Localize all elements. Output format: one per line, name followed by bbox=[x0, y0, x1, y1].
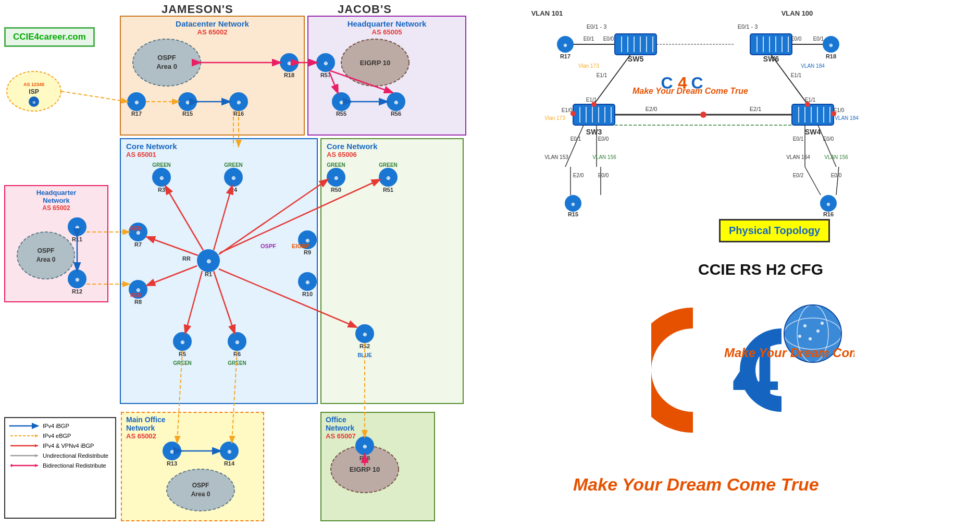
svg-text:R17: R17 bbox=[560, 53, 570, 59]
svg-text:VLAN 100: VLAN 100 bbox=[781, 9, 813, 17]
svg-marker-147 bbox=[35, 464, 38, 467]
svg-text:E1/1: E1/1 bbox=[586, 97, 597, 103]
svg-line-211 bbox=[771, 55, 808, 104]
svg-marker-142 bbox=[35, 444, 38, 447]
svg-text:E0/0: E0/0 bbox=[598, 136, 609, 142]
legend-vpnv4-label: IPv4 & VPNv4 iBGP bbox=[43, 443, 94, 449]
svg-text:VLAN 184: VLAN 184 bbox=[801, 63, 825, 69]
svg-point-265 bbox=[798, 335, 801, 338]
svg-rect-190 bbox=[573, 104, 615, 125]
c4c-logo: 4 Make Your Dream Come True bbox=[651, 292, 854, 454]
datacenter-network-box: Datacenter Network AS 65002 bbox=[120, 16, 305, 136]
svg-text:R15: R15 bbox=[568, 211, 578, 217]
svg-text:VLAN 101: VLAN 101 bbox=[531, 9, 563, 17]
svg-marker-140 bbox=[35, 434, 38, 437]
legend-box: IPv4 iBGP IPv4 eBGP IPv4 & VPNv4 iBGP Un… bbox=[4, 417, 116, 519]
hq-network-jacobs-as: AS 65005 bbox=[308, 28, 465, 36]
office-network-box: Office Network AS 65007 bbox=[320, 412, 435, 521]
dc-network-title: Datacenter Network bbox=[121, 17, 304, 28]
svg-text:E0/1 - 3: E0/1 - 3 bbox=[738, 23, 758, 30]
legend-uni-redist-label: Undirectional Redistribute bbox=[43, 452, 108, 459]
svg-text:E1/1: E1/1 bbox=[805, 97, 816, 103]
svg-text:⊕: ⊕ bbox=[571, 202, 575, 207]
svg-text:⊕: ⊕ bbox=[826, 202, 830, 207]
svg-point-209 bbox=[591, 102, 597, 107]
dc-network-as: AS 65002 bbox=[121, 28, 304, 36]
svg-marker-146 bbox=[11, 464, 14, 467]
svg-point-214 bbox=[805, 102, 810, 107]
physical-topology-label: Physical Topology bbox=[719, 219, 830, 242]
legend-ibgp-label: IPv4 iBGP bbox=[43, 423, 69, 429]
ccie-rs-label: CCIE RS H2 CFG bbox=[656, 261, 865, 278]
ccie4career-label: CCIE4career.com bbox=[4, 27, 95, 47]
svg-text:⊕: ⊕ bbox=[829, 43, 833, 48]
svg-point-261 bbox=[803, 324, 807, 327]
svg-rect-168 bbox=[750, 34, 792, 55]
svg-text:⊕: ⊕ bbox=[474, 0, 476, 4]
svg-line-235 bbox=[818, 125, 836, 167]
svg-text:E0/1: E0/1 bbox=[570, 136, 581, 142]
svg-rect-148 bbox=[474, 0, 485, 5]
svg-line-122 bbox=[61, 91, 127, 102]
svg-text:E0/0: E0/0 bbox=[791, 36, 802, 42]
svg-text:E0/1 - 3: E0/1 - 3 bbox=[587, 23, 607, 30]
core-network-box: Core Network AS 65001 bbox=[120, 138, 318, 404]
core-jacob-box: Core Network AS 65006 bbox=[320, 138, 464, 404]
svg-text:E0/1: E0/1 bbox=[584, 36, 594, 42]
svg-marker-144 bbox=[35, 454, 38, 457]
core-jacob-as: AS 65006 bbox=[321, 151, 463, 158]
office-title: Office bbox=[321, 413, 434, 424]
svg-line-255 bbox=[836, 167, 839, 195]
svg-text:E0/0: E0/0 bbox=[603, 36, 614, 42]
svg-text:C: C bbox=[661, 74, 673, 92]
dream-label: Make Your Dream Come True bbox=[573, 474, 819, 495]
svg-line-230 bbox=[565, 125, 584, 167]
svg-text:E0/0: E0/0 bbox=[598, 173, 609, 178]
svg-text:E1/1: E1/1 bbox=[791, 72, 802, 78]
svg-rect-160 bbox=[615, 34, 656, 55]
legend-ebgp-label: IPv4 eBGP bbox=[43, 433, 71, 439]
svg-point-262 bbox=[816, 329, 820, 333]
main-office-as: AS 65002 bbox=[122, 432, 263, 440]
core-jacob-title: Core Network bbox=[321, 139, 463, 151]
svg-text:E0/1: E0/1 bbox=[813, 36, 824, 42]
svg-text:Vlan 173: Vlan 173 bbox=[544, 115, 565, 121]
svg-point-15 bbox=[29, 96, 39, 107]
svg-text:⊕: ⊕ bbox=[32, 100, 36, 105]
jacobs-title: JACOB'S bbox=[338, 3, 392, 16]
core-network-title: Core Network bbox=[121, 139, 317, 151]
svg-text:SW4: SW4 bbox=[805, 128, 821, 136]
svg-text:E0/0: E0/0 bbox=[831, 173, 842, 178]
hq-network-jacobs-title: Headquarter Network bbox=[308, 17, 465, 28]
office-as: AS 65007 bbox=[321, 432, 434, 440]
jamesons-title: JAMESON'S bbox=[162, 3, 233, 16]
legend-bi-redist-label: Bidirectional Redistribute bbox=[43, 462, 106, 469]
svg-text:VLAN 153: VLAN 153 bbox=[544, 154, 568, 160]
svg-text:E2/0: E2/0 bbox=[573, 173, 584, 178]
svg-text:E0/2: E0/2 bbox=[793, 173, 804, 178]
svg-text:VLAN 184: VLAN 184 bbox=[835, 115, 859, 121]
svg-rect-198 bbox=[792, 104, 834, 125]
svg-text:SW3: SW3 bbox=[586, 128, 602, 136]
svg-text:R18: R18 bbox=[826, 53, 836, 59]
svg-text:AS 12345: AS 12345 bbox=[23, 82, 44, 87]
svg-point-263 bbox=[809, 337, 812, 340]
hq-network-jacobs-box: Headquarter Network AS 65005 bbox=[307, 16, 466, 136]
svg-text:VLAN 164: VLAN 164 bbox=[786, 154, 810, 160]
svg-text:E0/0: E0/0 bbox=[823, 136, 834, 142]
svg-text:C: C bbox=[691, 74, 703, 92]
svg-line-206 bbox=[594, 55, 630, 104]
svg-text:ISP: ISP bbox=[29, 88, 39, 95]
svg-text:R16: R16 bbox=[823, 211, 834, 217]
svg-point-264 bbox=[821, 322, 824, 325]
svg-text:E1/1: E1/1 bbox=[597, 72, 607, 78]
svg-text:VLAN 156: VLAN 156 bbox=[824, 154, 848, 160]
svg-text:VLAN 156: VLAN 156 bbox=[592, 154, 616, 160]
svg-text:Vlan 173: Vlan 173 bbox=[578, 63, 599, 69]
svg-text:Make Your Dream Come True: Make Your Dream Come True bbox=[632, 87, 748, 95]
hq-network-left-box: Headquarter Network AS 65002 bbox=[4, 185, 108, 302]
svg-text:4: 4 bbox=[678, 74, 687, 92]
svg-point-228 bbox=[700, 112, 706, 118]
core-network-as: AS 65001 bbox=[121, 151, 317, 158]
svg-point-216 bbox=[570, 111, 576, 116]
